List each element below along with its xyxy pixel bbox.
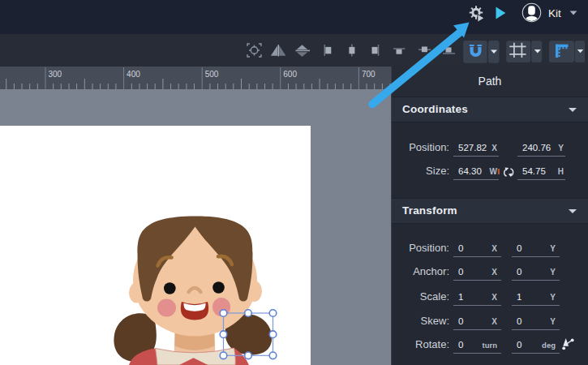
- svg-text:600: 600: [283, 70, 297, 79]
- svg-text:300: 300: [49, 70, 62, 79]
- svg-text:400: 400: [127, 70, 140, 79]
- svg-text:500: 500: [205, 70, 219, 79]
- svg-text:700: 700: [362, 70, 376, 79]
